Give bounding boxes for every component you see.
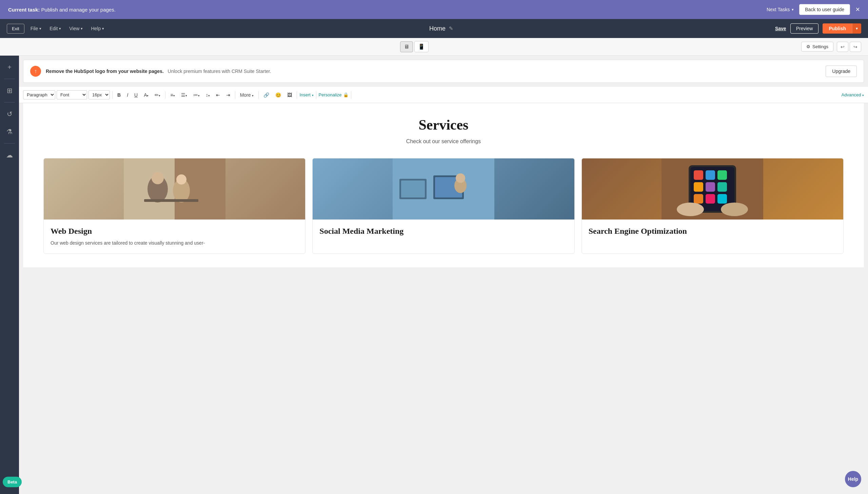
svg-rect-21 [706,182,715,192]
svg-rect-22 [717,182,727,192]
next-tasks-label: Next Tasks [767,7,790,12]
task-description: Publish and manage your pages. [41,7,116,13]
indent-left-button[interactable]: ⇤ [214,91,222,99]
help-menu[interactable]: Help ▾ [87,24,107,33]
service-card-seo: Search Engine Optimization [581,158,844,254]
chevron-down-icon: ▾ [59,26,61,31]
services-title: Services [43,117,844,133]
sidebar: + ⊞ ↺ ⚗ ☁ [0,56,19,494]
chevron-down-icon: ▾ [39,26,41,31]
paragraph-select[interactable]: Paragraph [23,90,55,99]
bold-button[interactable]: B [115,91,123,99]
ordered-list-button[interactable]: ≔▾ [191,91,202,99]
personalize-button[interactable]: Personalize 🔒 [319,92,349,97]
sidebar-history-button[interactable]: ↺ [2,107,17,121]
svg-point-5 [152,172,164,184]
desktop-view-button[interactable]: 🖥 [400,41,413,52]
page-title: Home [429,25,446,32]
gear-icon: ⚙ [806,44,810,49]
link-button[interactable]: 🔗 [261,91,272,99]
social-svg [393,158,494,220]
indent-right-button[interactable]: ⇥ [224,91,233,99]
upgrade-main-text: Remove the HubSpot logo from your websit… [46,69,164,74]
settings-label: Settings [812,44,828,49]
settings-button[interactable]: ⚙ Settings [801,42,833,52]
publish-dropdown-button[interactable]: ▾ [852,23,861,34]
app-body: + ⊞ ↺ ⚗ ☁ ↑ Remove the HubSpot logo from… [0,56,868,494]
mobile-view-button[interactable]: 📱 [414,41,429,52]
seo-card-title: Search Engine Optimization [589,226,836,236]
rte-divider-4 [258,91,259,99]
services-grid: Web Design Our web design services are t… [43,158,844,254]
view-bar: 🖥 📱 ⚙ Settings ↩ ↪ [0,38,868,56]
webdesign-svg [124,158,225,220]
emoji-button[interactable]: 😊 [273,91,283,99]
rte-divider-1 [112,91,113,99]
help-button[interactable]: Help [845,471,861,487]
highlight-button[interactable]: ✏▾ [152,91,163,99]
rte-divider-2 [165,91,165,99]
chevron-down-icon: ▾ [856,26,858,31]
list-button[interactable]: ☰▾ [179,91,190,99]
publish-button[interactable]: Publish [823,23,852,34]
edit-menu-label: Edit [50,26,58,31]
sidebar-lab-button[interactable]: ⚗ [2,124,17,139]
task-bar-right: Next Tasks ▾ Back to user guide × [767,4,860,15]
rte-divider-7 [351,91,351,99]
font-size-select[interactable]: 16px [88,90,110,99]
chevron-down-icon: ▾ [792,7,794,12]
insert-button[interactable]: Insert ▾ [299,92,313,97]
view-right: ⚙ Settings ↩ ↪ [801,42,861,52]
sidebar-layout-button[interactable]: ⊞ [2,83,17,98]
line-height-button[interactable]: ↕▾ [203,91,212,99]
upgrade-icon: ↑ [30,66,41,77]
edit-menu[interactable]: Edit ▾ [46,24,64,33]
file-menu[interactable]: File ▾ [27,24,45,33]
advanced-button[interactable]: Advanced ▾ [842,92,864,97]
desktop-icon: 🖥 [404,44,409,50]
layout-icon: ⊞ [7,87,13,95]
sidebar-divider-3 [4,143,15,144]
close-button[interactable]: × [855,6,860,13]
italic-button[interactable]: I [124,91,131,99]
webdesign-card-title: Web Design [51,226,298,236]
plus-icon: + [7,63,12,71]
text-color-button[interactable]: A▾ [141,91,151,99]
history-icon: ↺ [7,110,13,118]
upgrade-banner: ↑ Remove the HubSpot logo from your webs… [23,60,864,83]
rte-divider-6 [316,91,316,99]
undo-button[interactable]: ↩ [837,42,848,52]
webdesign-image [44,158,305,220]
svg-rect-20 [694,182,703,192]
chevron-down-icon: ▾ [252,94,254,97]
toolbar-center: Home ✎ [429,25,453,32]
rte-divider-3 [235,91,235,99]
chevron-down-icon: ▾ [102,26,104,31]
upgrade-button[interactable]: Upgrade [826,65,857,77]
redo-button[interactable]: ↪ [850,42,861,52]
next-tasks-button[interactable]: Next Tasks ▾ [767,7,794,12]
sidebar-cloud-button[interactable]: ☁ [2,148,17,163]
seo-image [582,158,843,220]
preview-button[interactable]: Preview [790,23,819,34]
chevron-down-icon: ▾ [81,26,83,31]
social-card-body: Social Media Marketing [313,220,574,246]
social-image [313,158,574,220]
save-button[interactable]: Save [775,26,786,31]
beta-button[interactable]: Beta [3,477,22,487]
publish-btn-group: Publish ▾ [823,23,861,34]
personalize-label: Personalize [319,92,342,97]
font-select[interactable]: Font [57,90,87,99]
view-menu[interactable]: View ▾ [66,24,86,33]
svg-rect-4 [144,199,198,202]
back-to-guide-button[interactable]: Back to user guide [799,4,850,15]
image-button[interactable]: 🖼 [285,91,294,99]
underline-button[interactable]: U [132,91,140,99]
task-prefix: Current task: [8,7,40,13]
sidebar-add-button[interactable]: + [2,60,17,75]
webdesign-card-body: Web Design Our web design services are t… [44,220,305,253]
align-button[interactable]: ≡▾ [168,91,177,99]
more-button[interactable]: More ▾ [238,91,256,99]
edit-pencil-icon[interactable]: ✎ [449,25,453,32]
exit-button[interactable]: Exit [7,24,24,34]
